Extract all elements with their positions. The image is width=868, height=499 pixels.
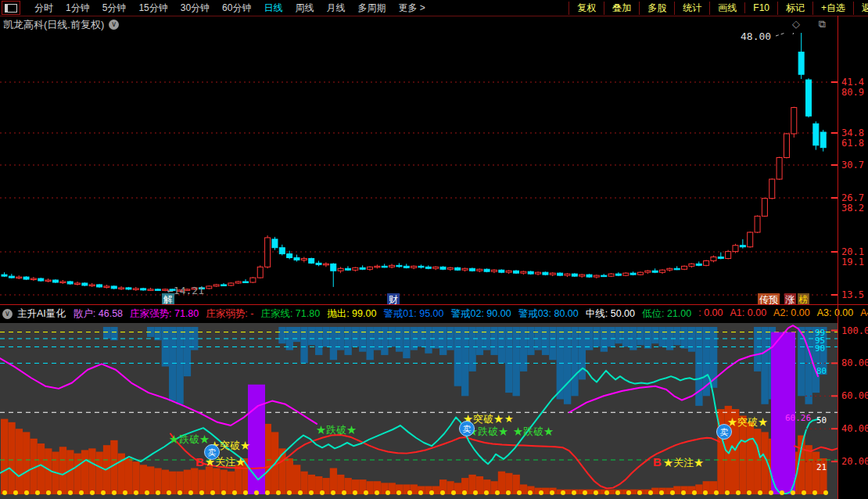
panel-axis-label: 20.00 xyxy=(841,456,868,467)
event-tag-2[interactable]: 传预 xyxy=(759,294,778,305)
bottom-dot xyxy=(714,490,719,495)
bottom-dot xyxy=(364,490,368,495)
panel-orange-bar xyxy=(16,429,23,494)
period-tab-0[interactable]: 分时 xyxy=(28,2,59,15)
action-1[interactable]: 叠加 xyxy=(604,2,639,15)
period-tab-7[interactable]: 周线 xyxy=(289,2,320,15)
bottom-dot xyxy=(375,490,379,495)
action-6[interactable]: 标记 xyxy=(777,2,812,15)
bottom-dot xyxy=(517,490,522,495)
candle xyxy=(630,273,636,275)
panel-blue-bar xyxy=(527,327,534,355)
period-tab-4[interactable]: 30分钟 xyxy=(174,2,216,15)
panel-blue-bar xyxy=(359,327,366,352)
bottom-dot xyxy=(484,490,489,495)
period-tab-10[interactable]: 更多 > xyxy=(392,2,431,15)
split-window-icon[interactable] xyxy=(2,1,20,15)
candle xyxy=(711,257,716,261)
candle xyxy=(235,282,241,283)
period-tab-9[interactable]: 多周期 xyxy=(351,2,392,15)
bottom-dot xyxy=(167,490,171,495)
candle xyxy=(477,269,482,271)
bottom-dot xyxy=(604,490,609,495)
axis-label: 20.1 xyxy=(841,246,864,257)
panel-blue-bar xyxy=(468,327,475,372)
period-tab-5[interactable]: 60分钟 xyxy=(216,2,257,15)
panel-blue-bar xyxy=(293,327,300,342)
period-tab-2[interactable]: 5分钟 xyxy=(96,2,133,15)
bottom-dot xyxy=(550,490,554,495)
toolbar: 分时1分钟5分钟15分钟30分钟60分钟日线周线月线多周期更多 > 复权叠加多股… xyxy=(0,0,868,16)
panel-blue-bar xyxy=(425,327,432,354)
candle xyxy=(499,270,504,272)
title-bar-icons[interactable]: ◇ ⧉ xyxy=(792,18,834,31)
panel-blue-bar xyxy=(681,327,688,349)
bottom-dot xyxy=(561,490,565,495)
bottom-dot xyxy=(736,490,741,495)
action-2[interactable]: 多股 xyxy=(639,2,674,15)
candle xyxy=(213,285,219,286)
panel-blue-bar xyxy=(315,327,322,355)
indicator-header: ∨ 主升AI量化 散户: 46.58庄家强势: 71.80庄家弱势: -庄家线:… xyxy=(0,305,868,322)
panel-orange-bar xyxy=(184,470,191,494)
candle xyxy=(579,275,585,276)
panel-orange-bar xyxy=(293,465,300,494)
pane-divider[interactable] xyxy=(0,304,868,305)
action-5[interactable]: F10 xyxy=(744,2,777,13)
period-tab-3[interactable]: 15分钟 xyxy=(132,2,174,15)
candle xyxy=(353,267,358,270)
panel-orange-bar xyxy=(206,466,213,494)
action-3[interactable]: 统计 xyxy=(674,2,709,15)
panel-orange-bar xyxy=(286,458,293,494)
panel-blue-bar xyxy=(601,327,608,352)
period-tabs: 分时1分钟5分钟15分钟30分钟60分钟日线周线月线多周期更多 > xyxy=(28,2,432,15)
panel-orange-bar xyxy=(8,422,15,494)
action-8[interactable]: 返回 xyxy=(853,2,868,15)
panel-blue-bar xyxy=(454,327,461,386)
signal-marker: ★突破★ xyxy=(727,416,768,428)
panel-blue-bar xyxy=(169,327,176,401)
app-window: 41.480.934.861.830.726.738.220.119.113.5… xyxy=(0,0,868,499)
candle xyxy=(360,267,365,269)
period-tab-6[interactable]: 日线 xyxy=(257,2,289,15)
indicator-param-4: 抛出: 99.00 xyxy=(327,307,376,321)
period-tab-1[interactable]: 1分钟 xyxy=(59,2,96,15)
indicator-param-12: A2: 0.00 xyxy=(773,307,810,321)
panel-orange-bar xyxy=(125,458,132,494)
chevron-down-icon[interactable]: ∨ xyxy=(2,309,13,319)
bottom-dot xyxy=(68,490,73,495)
panel-blue-bar xyxy=(637,327,644,345)
bottom-dot xyxy=(265,490,270,495)
event-tag-0[interactable]: 解 xyxy=(163,294,173,305)
bottom-dot xyxy=(254,490,259,495)
event-tag-1[interactable]: 财 xyxy=(389,294,398,305)
chevron-down-icon[interactable]: ∨ xyxy=(109,20,119,30)
panel-orange-bar xyxy=(498,472,505,494)
candle xyxy=(104,286,109,288)
candle xyxy=(667,268,673,270)
candle xyxy=(660,270,665,272)
bottom-dot xyxy=(331,490,335,495)
axis-label: 13.5 xyxy=(841,289,864,300)
candle xyxy=(652,271,658,272)
candle xyxy=(301,258,307,260)
candle xyxy=(60,282,66,283)
panel-inner-label: 90 xyxy=(815,343,825,354)
signal-marker: B xyxy=(195,455,204,468)
period-tab-8[interactable]: 月线 xyxy=(320,2,351,15)
candle xyxy=(447,267,453,269)
bottom-dot xyxy=(429,490,434,495)
candle xyxy=(257,267,263,278)
panel-orange-bar xyxy=(96,452,103,494)
candle xyxy=(784,134,789,158)
bottom-dot xyxy=(758,490,762,495)
action-4[interactable]: 画线 xyxy=(709,2,744,15)
signal-marker: ★关注★ xyxy=(663,457,704,468)
action-0[interactable]: 复权 xyxy=(569,2,604,15)
event-tag-3[interactable]: 涨 xyxy=(785,294,795,305)
signal-marker: ★跌破★ xyxy=(513,425,554,437)
bottom-dot xyxy=(407,490,412,495)
bottom-dot xyxy=(681,490,686,495)
action-7[interactable]: +自选 xyxy=(812,2,853,15)
event-tag-4[interactable]: 榜 xyxy=(798,294,809,305)
